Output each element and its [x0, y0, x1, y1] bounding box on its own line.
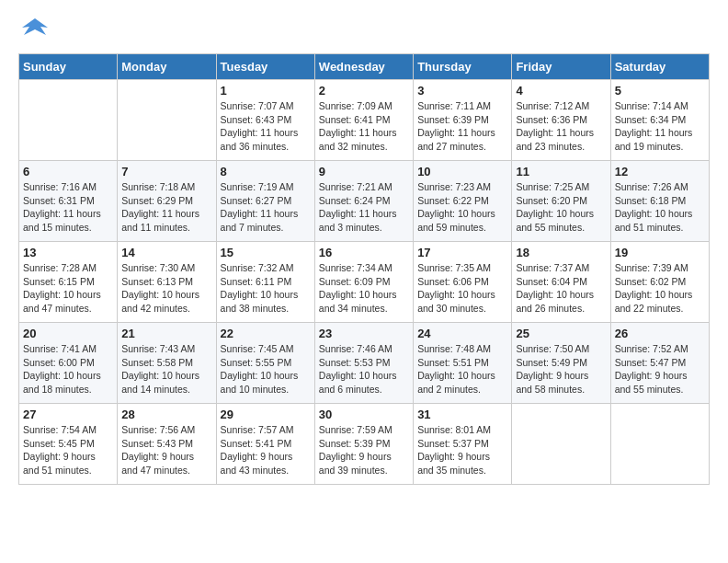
calendar-cell	[118, 80, 216, 161]
calendar-cell	[512, 404, 610, 485]
calendar-cell: 7Sunrise: 7:18 AM Sunset: 6:29 PM Daylig…	[118, 161, 216, 242]
day-info: Sunrise: 7:18 AM Sunset: 6:29 PM Dayligh…	[121, 180, 211, 235]
day-info: Sunrise: 7:52 AM Sunset: 5:47 PM Dayligh…	[615, 342, 705, 396]
calendar-cell: 2Sunrise: 7:09 AM Sunset: 6:41 PM Daylig…	[314, 80, 413, 161]
day-info: Sunrise: 7:35 AM Sunset: 6:06 PM Dayligh…	[417, 261, 507, 316]
day-info: Sunrise: 7:19 AM Sunset: 6:27 PM Dayligh…	[221, 180, 311, 235]
calendar-cell: 20Sunrise: 7:41 AM Sunset: 6:00 PM Dayli…	[19, 323, 118, 404]
day-number: 24	[417, 327, 507, 340]
day-info: Sunrise: 7:16 AM Sunset: 6:31 PM Dayligh…	[23, 180, 113, 235]
day-number: 23	[319, 327, 409, 340]
calendar-cell: 16Sunrise: 7:34 AM Sunset: 6:09 PM Dayli…	[314, 242, 413, 323]
calendar-cell: 25Sunrise: 7:50 AM Sunset: 5:49 PM Dayli…	[512, 323, 610, 404]
calendar-cell	[19, 80, 118, 161]
calendar-cell: 23Sunrise: 7:46 AM Sunset: 5:53 PM Dayli…	[314, 323, 413, 404]
calendar-week-5: 27Sunrise: 7:54 AM Sunset: 5:45 PM Dayli…	[19, 404, 710, 485]
day-number: 1	[221, 84, 311, 98]
weekday-header-thursday: Thursday	[414, 54, 512, 80]
day-number: 26	[615, 327, 705, 340]
calendar-cell: 26Sunrise: 7:52 AM Sunset: 5:47 PM Dayli…	[610, 323, 709, 404]
calendar-cell: 28Sunrise: 7:56 AM Sunset: 5:43 PM Dayli…	[118, 404, 216, 485]
calendar-cell: 31Sunrise: 8:01 AM Sunset: 5:37 PM Dayli…	[414, 404, 512, 485]
calendar-cell: 1Sunrise: 7:07 AM Sunset: 6:43 PM Daylig…	[216, 80, 314, 161]
day-info: Sunrise: 7:57 AM Sunset: 5:41 PM Dayligh…	[221, 423, 311, 477]
day-number: 3	[417, 84, 507, 98]
day-number: 20	[23, 327, 113, 340]
day-number: 5	[615, 84, 705, 98]
weekday-header-monday: Monday	[118, 54, 216, 80]
day-number: 16	[319, 246, 409, 259]
day-info: Sunrise: 7:37 AM Sunset: 6:04 PM Dayligh…	[516, 261, 606, 316]
calendar-week-4: 20Sunrise: 7:41 AM Sunset: 6:00 PM Dayli…	[19, 323, 710, 404]
calendar-cell: 8Sunrise: 7:19 AM Sunset: 6:27 PM Daylig…	[216, 161, 314, 242]
day-number: 12	[615, 165, 705, 178]
weekday-header-sunday: Sunday	[19, 54, 118, 80]
svg-marker-0	[22, 18, 48, 35]
day-info: Sunrise: 7:48 AM Sunset: 5:51 PM Dayligh…	[417, 342, 507, 396]
calendar-cell	[610, 404, 709, 485]
calendar-cell: 6Sunrise: 7:16 AM Sunset: 6:31 PM Daylig…	[19, 161, 118, 242]
day-info: Sunrise: 7:28 AM Sunset: 6:15 PM Dayligh…	[23, 261, 113, 316]
day-number: 28	[121, 408, 211, 421]
day-number: 25	[516, 327, 606, 340]
day-info: Sunrise: 7:50 AM Sunset: 5:49 PM Dayligh…	[516, 342, 606, 396]
day-number: 30	[319, 408, 409, 421]
calendar-cell: 13Sunrise: 7:28 AM Sunset: 6:15 PM Dayli…	[19, 242, 118, 323]
day-info: Sunrise: 7:59 AM Sunset: 5:39 PM Dayligh…	[319, 423, 409, 477]
calendar-cell: 11Sunrise: 7:25 AM Sunset: 6:20 PM Dayli…	[512, 161, 610, 242]
day-info: Sunrise: 7:26 AM Sunset: 6:18 PM Dayligh…	[615, 180, 705, 235]
weekday-header-wednesday: Wednesday	[314, 54, 413, 80]
day-info: Sunrise: 7:43 AM Sunset: 5:58 PM Dayligh…	[121, 342, 211, 396]
day-number: 8	[221, 165, 311, 178]
calendar-cell: 15Sunrise: 7:32 AM Sunset: 6:11 PM Dayli…	[216, 242, 314, 323]
day-info: Sunrise: 7:12 AM Sunset: 6:36 PM Dayligh…	[516, 99, 606, 154]
day-info: Sunrise: 7:25 AM Sunset: 6:20 PM Dayligh…	[516, 180, 606, 235]
day-number: 29	[221, 408, 311, 421]
day-info: Sunrise: 7:23 AM Sunset: 6:22 PM Dayligh…	[417, 180, 507, 235]
day-number: 27	[23, 408, 113, 421]
day-info: Sunrise: 7:32 AM Sunset: 6:11 PM Dayligh…	[221, 261, 311, 316]
day-number: 17	[417, 246, 507, 259]
calendar-cell: 22Sunrise: 7:45 AM Sunset: 5:55 PM Dayli…	[216, 323, 314, 404]
logo	[18, 18, 48, 44]
calendar-week-3: 13Sunrise: 7:28 AM Sunset: 6:15 PM Dayli…	[19, 242, 710, 323]
calendar-cell: 18Sunrise: 7:37 AM Sunset: 6:04 PM Dayli…	[512, 242, 610, 323]
calendar-cell: 29Sunrise: 7:57 AM Sunset: 5:41 PM Dayli…	[216, 404, 314, 485]
day-info: Sunrise: 7:07 AM Sunset: 6:43 PM Dayligh…	[221, 99, 311, 154]
calendar-header: SundayMondayTuesdayWednesdayThursdayFrid…	[19, 54, 710, 80]
calendar-week-1: 1Sunrise: 7:07 AM Sunset: 6:43 PM Daylig…	[19, 80, 710, 161]
day-number: 10	[417, 165, 507, 178]
day-info: Sunrise: 7:09 AM Sunset: 6:41 PM Dayligh…	[319, 99, 409, 154]
day-info: Sunrise: 8:01 AM Sunset: 5:37 PM Dayligh…	[417, 423, 507, 477]
day-info: Sunrise: 7:21 AM Sunset: 6:24 PM Dayligh…	[319, 180, 409, 235]
day-number: 11	[516, 165, 606, 178]
calendar-cell: 9Sunrise: 7:21 AM Sunset: 6:24 PM Daylig…	[314, 161, 413, 242]
day-number: 4	[516, 84, 606, 98]
day-info: Sunrise: 7:54 AM Sunset: 5:45 PM Dayligh…	[23, 423, 113, 477]
weekday-header-friday: Friday	[512, 54, 610, 80]
day-number: 2	[319, 84, 409, 98]
day-info: Sunrise: 7:11 AM Sunset: 6:39 PM Dayligh…	[417, 99, 507, 154]
calendar-table: SundayMondayTuesdayWednesdayThursdayFrid…	[18, 53, 710, 485]
calendar-cell: 5Sunrise: 7:14 AM Sunset: 6:34 PM Daylig…	[610, 80, 709, 161]
day-info: Sunrise: 7:34 AM Sunset: 6:09 PM Dayligh…	[319, 261, 409, 316]
calendar-cell: 3Sunrise: 7:11 AM Sunset: 6:39 PM Daylig…	[414, 80, 512, 161]
weekday-header-tuesday: Tuesday	[216, 54, 314, 80]
day-number: 18	[516, 246, 606, 259]
weekday-header-saturday: Saturday	[610, 54, 709, 80]
calendar-cell: 12Sunrise: 7:26 AM Sunset: 6:18 PM Dayli…	[610, 161, 709, 242]
calendar-cell: 24Sunrise: 7:48 AM Sunset: 5:51 PM Dayli…	[414, 323, 512, 404]
calendar-body: 1Sunrise: 7:07 AM Sunset: 6:43 PM Daylig…	[19, 80, 710, 485]
day-number: 22	[221, 327, 311, 340]
calendar-cell: 19Sunrise: 7:39 AM Sunset: 6:02 PM Dayli…	[610, 242, 709, 323]
day-number: 7	[121, 165, 211, 178]
calendar-cell: 14Sunrise: 7:30 AM Sunset: 6:13 PM Dayli…	[118, 242, 216, 323]
calendar-week-2: 6Sunrise: 7:16 AM Sunset: 6:31 PM Daylig…	[19, 161, 710, 242]
day-number: 15	[221, 246, 311, 259]
calendar-cell: 4Sunrise: 7:12 AM Sunset: 6:36 PM Daylig…	[512, 80, 610, 161]
day-info: Sunrise: 7:41 AM Sunset: 6:00 PM Dayligh…	[23, 342, 113, 396]
page-header	[18, 18, 710, 44]
day-info: Sunrise: 7:14 AM Sunset: 6:34 PM Dayligh…	[615, 99, 705, 154]
day-number: 31	[417, 408, 507, 421]
calendar-cell: 10Sunrise: 7:23 AM Sunset: 6:22 PM Dayli…	[414, 161, 512, 242]
